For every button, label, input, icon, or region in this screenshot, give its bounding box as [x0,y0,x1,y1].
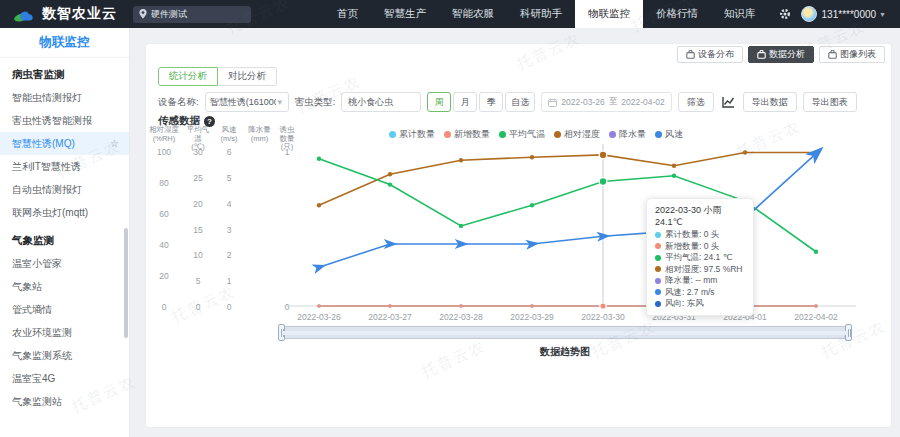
tooltip-title: 2022-03-30 小雨 24.1℃ [655,204,745,227]
nav-item-home[interactable]: 首页 [324,0,371,28]
period-button[interactable]: 自选 [505,92,535,112]
user-menu[interactable]: 131****0000 ▼ [822,9,900,20]
sidebar-item[interactable]: 温室小管家 [0,252,129,275]
location-selector[interactable]: 硬件测试 [133,6,251,23]
view-button-label: 数据分析 [769,48,805,61]
tab-statistical-analysis[interactable]: 统计分析 [158,67,218,86]
filter-bar: 设备名称: 智慧性诱(16100013 ▼ 害虫类型: 桃小食心虫 周月季自选 … [158,92,885,112]
tooltip-dot [655,266,661,272]
datazoom-slider[interactable] [281,326,849,339]
point-marker [317,157,321,161]
avatar[interactable] [801,6,817,22]
chevron-down-icon: ▼ [879,11,886,18]
sidebar-scrollbar[interactable] [124,228,128,338]
x-axis-label: 2022-04-02 [794,312,838,322]
image-list-icon [828,50,837,59]
period-button[interactable]: 季 [479,92,503,112]
trend-chart-label: 数据趋势图 [281,345,849,359]
sidebar-item[interactable]: 联网杀虫灯(mqtt) [0,201,129,224]
point-marker [530,304,534,308]
chart-canvas[interactable]: 2022-03-262022-03-272022-03-282022-03-29… [276,144,886,326]
period-button[interactable]: 周 [427,92,451,112]
x-axis-label: 2022-03-29 [510,312,554,322]
legend-label: 新增数量 [454,128,490,141]
legend-dot [444,131,451,138]
y-axis-tick: 5 [184,276,212,286]
tooltip-dot [655,232,661,238]
legend-item[interactable]: 降水量 [609,128,646,141]
point-marker [388,172,392,176]
pest-type-input[interactable]: 桃小食心虫 [341,92,421,112]
legend-label: 相对湿度 [564,128,600,141]
tooltip-text: 平均气温: 24.1 ℃ [665,252,732,264]
star-icon[interactable]: ☆ [110,138,119,149]
nav-item-iot-monitoring[interactable]: 物联监控 [575,0,643,28]
sidebar-item[interactable]: 智慧性诱(MQ)☆ [0,132,129,155]
datazoom-left-handle[interactable] [278,324,285,341]
nav-item-price-market[interactable]: 价格行情 [643,0,711,28]
legend-label: 累计数量 [399,128,435,141]
sidebar-item[interactable]: 气象监测站 [0,390,129,413]
navbar-menu: 首页智慧生产智能农服科研助手物联监控价格行情知识库 [324,0,769,28]
legend-item[interactable]: 风速 [655,128,683,141]
brand: 数智农业云 [0,5,127,23]
sidebar-item[interactable]: 害虫性诱智能测报 [0,109,129,132]
sidebar-item[interactable]: 智能虫情测报灯 [0,86,129,109]
data-analysis-icon [757,50,766,59]
period-button[interactable]: 月 [453,92,477,112]
device-select[interactable]: 智慧性诱(16100013 ▼ [205,92,289,112]
sidebar-item[interactable]: 温室宝4G [0,367,129,390]
export-data-button[interactable]: 导出数据 [743,92,797,112]
image-list-button[interactable]: 图像列表 [819,46,885,63]
tab-comparative-analysis[interactable]: 对比分析 [218,67,277,86]
nav-item-research-assistant[interactable]: 科研助手 [507,0,575,28]
content-card: 设备分布数据分析图像列表 统计分析对比分析 设备名称: 智慧性诱(1610001… [145,43,892,428]
sidebar-item[interactable]: 农业环境监测 [0,321,129,344]
y-axis-tick: 30 [184,147,212,157]
nav-item-smart-service[interactable]: 智能农服 [439,0,507,28]
export-chart-button[interactable]: 导出图表 [803,92,857,112]
nav-item-smart-production[interactable]: 智慧生产 [371,0,439,28]
date-range-picker[interactable]: 2022-03-26 至 2022-04-02 [541,92,671,112]
gear-icon [779,8,791,20]
pest-type-label: 害虫类型: [295,96,336,109]
sidebar-item[interactable]: 管式墒情 [0,298,129,321]
legend-item[interactable]: 平均气温 [499,128,545,141]
point-marker [388,182,392,186]
sidebar-section-title: 气象监测 [0,224,129,252]
settings-button[interactable] [769,8,801,20]
legend-item[interactable]: 累计数量 [389,128,435,141]
date-end: 2022-04-02 [621,97,664,107]
y-axis-tick: 0 [148,302,180,312]
data-analysis-button[interactable]: 数据分析 [748,46,814,63]
chart-plot-area[interactable]: 2022-03-262022-03-272022-03-282022-03-29… [276,144,886,326]
sidebar-item[interactable]: 自动虫情测报灯 [0,178,129,201]
y-axis-tick: 40 [148,240,180,250]
nav-item-knowledge-base[interactable]: 知识库 [711,0,769,28]
legend-item[interactable]: 新增数量 [444,128,490,141]
y-axis-name: 风速(m/s) [216,126,242,143]
view-switcher: 设备分布数据分析图像列表 [677,46,885,63]
filter-button[interactable]: 筛选 [678,92,714,112]
period-buttons: 周月季自选 [427,92,535,112]
location-pin-icon [139,9,147,19]
y-axis-tick: 20 [148,271,180,281]
y-axis-tick: 80 [148,178,180,188]
tooltip-dot [655,301,661,307]
legend-item[interactable]: 相对湿度 [554,128,600,141]
highlight-marker [599,178,607,186]
analysis-tabs: 统计分析对比分析 [158,67,277,86]
trend-chart-toggle[interactable] [720,94,737,111]
device-distribution-button[interactable]: 设备分布 [677,46,743,63]
point-marker [317,203,321,207]
brand-logo-icon [14,6,36,22]
highlight-marker [599,151,607,159]
datazoom-right-handle[interactable] [845,324,852,341]
sidebar-item[interactable]: 兰利IT智慧性诱 [0,155,129,178]
chevron-down-icon: ▼ [276,98,284,107]
view-button-label: 图像列表 [840,48,876,61]
legend-label: 风速 [665,128,683,141]
sidebar-item[interactable]: 气象站 [0,275,129,298]
tooltip-row: 新增数量: 0 头 [655,241,745,253]
sidebar-item[interactable]: 气象监测系统 [0,344,129,367]
